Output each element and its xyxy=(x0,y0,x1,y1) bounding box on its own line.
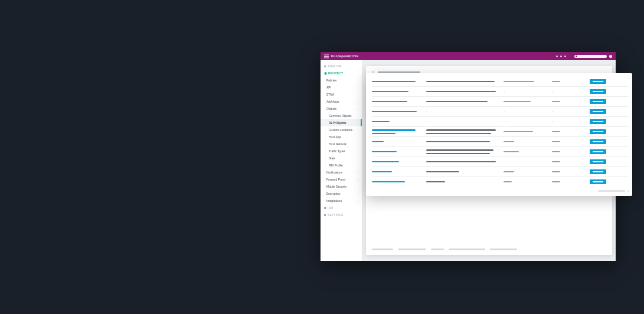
section-iam[interactable]: IAM xyxy=(321,204,362,211)
table-row[interactable] xyxy=(372,167,629,177)
table-row[interactable]: --- xyxy=(372,117,629,127)
row-action-button[interactable] xyxy=(590,129,606,134)
table-row[interactable] xyxy=(372,97,629,107)
nav-item-encryption[interactable]: Encryption xyxy=(321,190,362,197)
app-window: ForcepointONE × ANALYZE PROTECT Polic xyxy=(321,52,616,261)
cell-name xyxy=(372,151,423,153)
row-action-button[interactable] xyxy=(590,179,606,184)
nav-item-mobile-security[interactable]: Mobile Security xyxy=(321,183,362,190)
cell-col-a: - xyxy=(504,120,548,123)
cell-col-b xyxy=(552,151,586,153)
row-action-button[interactable] xyxy=(590,139,606,144)
cell-name xyxy=(372,141,423,143)
footer-placeholder xyxy=(449,248,485,250)
nav-item-forward-proxy[interactable]: Forward Proxy› xyxy=(321,176,362,183)
section-settings[interactable]: SETTINGS xyxy=(321,211,362,218)
pager: ‹ xyxy=(372,187,629,192)
cell-col-a xyxy=(504,171,548,173)
cell-action xyxy=(590,159,613,164)
row-action-button[interactable] xyxy=(590,89,606,94)
sub-item-custom-locations[interactable]: Custom Locations xyxy=(321,126,362,133)
cell-name xyxy=(372,101,423,103)
sub-item-host-network[interactable]: Host Network xyxy=(321,140,362,148)
nav-label: API xyxy=(326,86,331,89)
square-icon xyxy=(324,214,326,216)
sub-item-sites[interactable]: Sites xyxy=(321,155,362,162)
cell-description xyxy=(426,129,500,134)
square-icon xyxy=(324,207,326,209)
app-body: ANALYZE PROTECT PoliciesAPIZTNAAdd Apps›… xyxy=(321,60,616,261)
back-panel-footer xyxy=(372,248,606,250)
row-action-button[interactable] xyxy=(590,99,606,104)
table-row[interactable] xyxy=(372,137,629,147)
cell-col-b xyxy=(552,181,586,183)
cell-col-a: - xyxy=(504,90,548,93)
nav-item-integrations[interactable]: Integrations› xyxy=(321,197,362,204)
row-action-button[interactable] xyxy=(590,119,606,124)
cell-action xyxy=(590,129,613,134)
row-action-button[interactable] xyxy=(590,79,606,84)
brand: ForcepointONE xyxy=(331,54,359,58)
table-row[interactable] xyxy=(372,177,629,187)
cell-name xyxy=(372,181,423,183)
section-label: IAM xyxy=(328,206,334,210)
footer-placeholder xyxy=(431,248,444,250)
nav-item-api[interactable]: API xyxy=(321,84,362,91)
nav-label: Integrations xyxy=(326,199,342,202)
close-icon[interactable]: × xyxy=(609,55,612,58)
section-label: ANALYZE xyxy=(328,64,342,68)
status-dot-icon[interactable] xyxy=(560,55,562,57)
sub-item-rbi-profile[interactable]: RBI Profile xyxy=(321,162,362,169)
cell-col-b: - xyxy=(552,120,586,123)
sub-item-common-objects[interactable]: Common Objects xyxy=(321,112,362,119)
chevron-right-icon: › xyxy=(357,178,358,181)
cell-col-a xyxy=(504,81,548,83)
table-row[interactable] xyxy=(372,77,629,87)
cell-description xyxy=(426,171,500,173)
row-action-button[interactable] xyxy=(590,169,606,174)
row-action-button[interactable] xyxy=(590,109,606,114)
user-chip[interactable] xyxy=(574,55,607,58)
nav-label: Add Apps xyxy=(326,100,339,103)
sub-item-dlp-objects[interactable]: DLP Objects xyxy=(321,119,362,126)
section-protect[interactable]: PROTECT xyxy=(321,70,362,77)
cell-description xyxy=(426,181,500,183)
shield-icon xyxy=(324,72,326,74)
table-row[interactable]: -- xyxy=(372,87,629,97)
chevron-right-icon: › xyxy=(357,171,358,174)
nav-item-notifications[interactable]: Notifications› xyxy=(321,169,362,176)
status-dot-icon[interactable] xyxy=(556,55,558,57)
table-row[interactable]: - xyxy=(372,157,629,167)
table-row[interactable] xyxy=(372,147,629,157)
chevron-left-icon[interactable]: ‹ xyxy=(627,189,629,192)
sub-item-host-app[interactable]: Host App xyxy=(321,133,362,140)
table-row[interactable]: --- xyxy=(372,107,629,117)
row-action-button[interactable] xyxy=(590,149,606,154)
cell-name xyxy=(372,129,423,134)
nav-item-add-apps[interactable]: Add Apps› xyxy=(321,98,362,105)
table-row[interactable] xyxy=(372,127,629,137)
sidebar: ANALYZE PROTECT PoliciesAPIZTNAAdd Apps›… xyxy=(321,60,362,261)
row-action-button[interactable] xyxy=(590,159,606,164)
status-dot-icon[interactable] xyxy=(564,55,566,57)
sub-item-traffic-types[interactable]: Traffic Types xyxy=(321,148,362,155)
cell-action xyxy=(590,109,613,114)
section-label: PROTECT xyxy=(328,71,343,75)
nav-label: ZTNA xyxy=(326,93,334,96)
nav-item-policies[interactable]: Policies xyxy=(321,77,362,84)
cell-action xyxy=(590,179,613,184)
cell-col-a: - xyxy=(504,160,548,163)
brand-bold: Forcepoint xyxy=(331,54,351,58)
footer-placeholder xyxy=(372,248,393,250)
nav-item-ztna[interactable]: ZTNA xyxy=(321,91,362,98)
topbar-right: × xyxy=(556,55,612,58)
nav-item-objects[interactable]: Objects› xyxy=(321,105,362,112)
nav-label: Mobile Security xyxy=(326,185,346,188)
cell-name xyxy=(372,91,423,93)
cell-name xyxy=(372,121,423,123)
section-analyze[interactable]: ANALYZE xyxy=(321,63,362,70)
hamburger-icon[interactable] xyxy=(324,54,329,58)
cell-description: - xyxy=(426,110,500,113)
cell-col-a xyxy=(504,151,548,153)
cell-col-a xyxy=(504,101,548,103)
